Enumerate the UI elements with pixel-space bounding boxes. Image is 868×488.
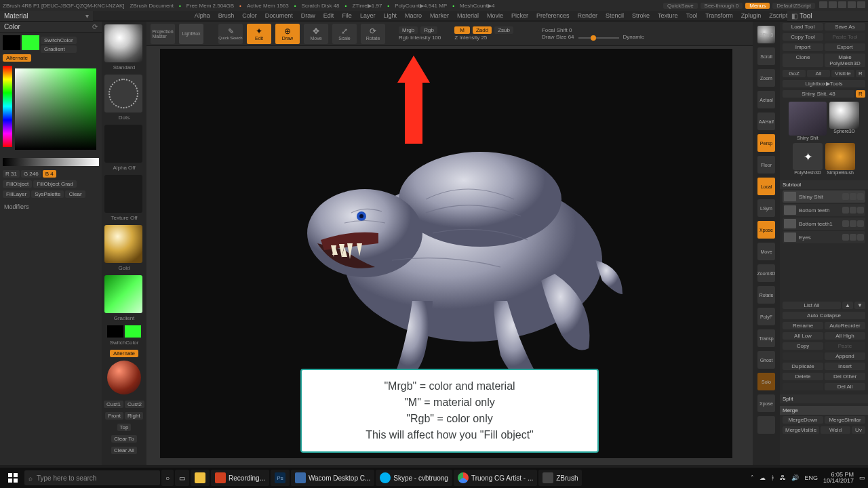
explorer-icon[interactable] (191, 470, 210, 486)
insert-button[interactable]: Insert (825, 363, 865, 370)
scroll-button[interactable]: Scroll (757, 47, 775, 65)
proj-master-button[interactable]: Projection Master (151, 24, 175, 44)
zadd-button[interactable]: Zadd (473, 26, 492, 34)
menu-zplugin[interactable]: Zplugin (741, 12, 762, 19)
autocollapse-button[interactable]: Auto Collapse (783, 312, 865, 319)
edit-button[interactable]: ✦Edit (247, 24, 271, 44)
lsym-button[interactable]: LSym (757, 199, 775, 217)
clone-button[interactable]: Clone (783, 54, 823, 67)
persp-button[interactable]: Persp (757, 134, 775, 152)
menu-tool[interactable]: Tool (686, 12, 698, 19)
mergedown-button[interactable]: MergeDown (783, 416, 823, 424)
pastetool-button[interactable]: Paste Tool (825, 33, 865, 41)
clearto-button[interactable]: Clear To (111, 435, 137, 443)
makepoly-button[interactable]: Make PolyMesh3D (825, 54, 865, 67)
task-wacom[interactable]: Wacom Desktop C... (291, 470, 374, 486)
alternate2-button[interactable]: Alternate (110, 350, 138, 357)
value-strip[interactable] (3, 158, 99, 166)
mergesimilar-button[interactable]: MergeSimilar (825, 416, 865, 424)
delother-button[interactable]: Del Other (825, 373, 865, 380)
move-button[interactable]: ✥Move (304, 24, 328, 44)
menu-marker[interactable]: Marker (430, 12, 449, 19)
merge-header[interactable]: Merge (780, 406, 868, 415)
xpose-button[interactable]: Xpose (757, 221, 775, 239)
material-ball[interactable] (107, 361, 141, 394)
zoom-button[interactable]: Zoom (757, 69, 775, 87)
alternate-button[interactable]: Alternate (3, 54, 31, 62)
allhigh-button[interactable]: All High (825, 332, 865, 340)
lightbox-button[interactable]: LightBox (179, 24, 203, 44)
lightboxtools-button[interactable]: Lightbox▶Tools (783, 80, 865, 87)
append-button[interactable]: Append (825, 352, 865, 360)
focal-shift[interactable]: Focal Shift 0 (542, 27, 644, 33)
duplicate-button[interactable]: Duplicate (783, 363, 823, 370)
mini-black[interactable] (107, 325, 123, 338)
copy-button[interactable]: Copy (783, 342, 823, 350)
paste-button[interactable]: Paste (825, 342, 865, 350)
task-zbrush[interactable]: ZBrush (538, 470, 582, 486)
tray-notif-icon[interactable]: ▭ (859, 474, 865, 481)
draw-size[interactable]: Draw Size 64 (542, 34, 574, 40)
polyf-button[interactable]: Transp (757, 329, 775, 347)
subtool-item-0[interactable]: Shiny Shit (783, 190, 865, 203)
gradient-slot[interactable] (104, 275, 142, 313)
system-tray[interactable]: ˄ ☁ ᚼ 🖧 🔊 ENG 6:05 PM10/14/2017 ▭ (751, 472, 865, 484)
listall-button[interactable]: List All (783, 302, 841, 309)
taskview-icon[interactable]: ▭ (175, 470, 189, 486)
menu-document[interactable]: Document (265, 12, 293, 19)
loadtool-button[interactable]: Load Tool (783, 23, 823, 30)
zsub-button[interactable]: Zsub (494, 26, 513, 34)
menu-stroke[interactable]: Stroke (632, 12, 650, 19)
menu-draw[interactable]: Draw (301, 12, 315, 19)
rename-button[interactable]: Rename (783, 322, 823, 329)
goz-r-button[interactable]: R (856, 70, 865, 77)
modifiers-section[interactable]: Modifiers (0, 199, 102, 214)
search-input[interactable]: ⌕Type here to search (24, 470, 160, 485)
brush-standard[interactable] (104, 24, 142, 62)
secondary-color-swatch[interactable] (3, 35, 20, 50)
syspalette-button[interactable]: SysPalette (31, 190, 64, 198)
menu-render[interactable]: Render (578, 12, 598, 19)
alpha-slot[interactable] (104, 125, 142, 163)
switchcolor-button[interactable]: SwitchColor (41, 37, 77, 44)
subtool-item-1[interactable]: Bottom teeth (783, 204, 865, 216)
mini-green[interactable] (125, 325, 141, 338)
cust2-button[interactable]: Cust2 (125, 401, 144, 408)
menu-transform[interactable]: Transform (705, 12, 733, 19)
fillobjectgrad-button[interactable]: FillObject Grad (33, 180, 76, 188)
quicksave-button[interactable]: QuickSave (663, 3, 698, 9)
cortana-icon[interactable]: ○ (161, 470, 174, 486)
delete-button[interactable]: Delete (783, 373, 823, 380)
filllayer-button[interactable]: FillLayer (3, 190, 30, 198)
down-button[interactable]: ▼ (854, 302, 865, 309)
g-value[interactable]: G 246 (21, 170, 41, 178)
copytool-button[interactable]: Copy Tool (783, 33, 823, 41)
uv-button[interactable]: Uv (852, 426, 865, 434)
gozall-button[interactable]: All (807, 70, 830, 77)
up-button[interactable]: ▲ (842, 302, 853, 309)
menu-stencil[interactable]: Stencil (606, 12, 624, 19)
local-button[interactable]: Local (757, 178, 775, 195)
transp-button[interactable]: Ghost (757, 351, 775, 369)
material-panel-head[interactable]: Material▾ (0, 11, 93, 22)
tray-cloud-icon[interactable]: ☁ (760, 474, 766, 481)
draw-size-slider[interactable] (578, 37, 619, 39)
menus-button[interactable]: Menus (745, 3, 770, 9)
subtool-header[interactable]: Subtool (780, 180, 868, 189)
tool-thumb-main[interactable] (789, 102, 827, 136)
window-controls[interactable] (818, 1, 865, 9)
menu-file[interactable]: File (342, 12, 352, 19)
tool-panel-head[interactable]: ◧ Tool (787, 11, 868, 22)
subtool-item-2[interactable]: Bottom teeth1 (783, 218, 865, 230)
xpose2-button[interactable] (757, 416, 775, 434)
zoom3d-button[interactable]: Rotate (757, 286, 775, 304)
ghost-button[interactable]: Solo (757, 373, 775, 390)
z-intensity[interactable]: Z Intensity 25 (454, 35, 513, 41)
subtool-item-3[interactable]: Eyes (783, 231, 865, 243)
menu-alpha[interactable]: Alpha (195, 12, 210, 19)
autoreorder-button[interactable]: AutoReorder (825, 322, 865, 329)
right-button[interactable]: Right (125, 412, 143, 420)
rgb-intensity[interactable]: Rgb Intensity 100 (399, 35, 441, 41)
r2-button[interactable]: R (856, 90, 865, 98)
menu-edit[interactable]: Edit (323, 12, 334, 19)
